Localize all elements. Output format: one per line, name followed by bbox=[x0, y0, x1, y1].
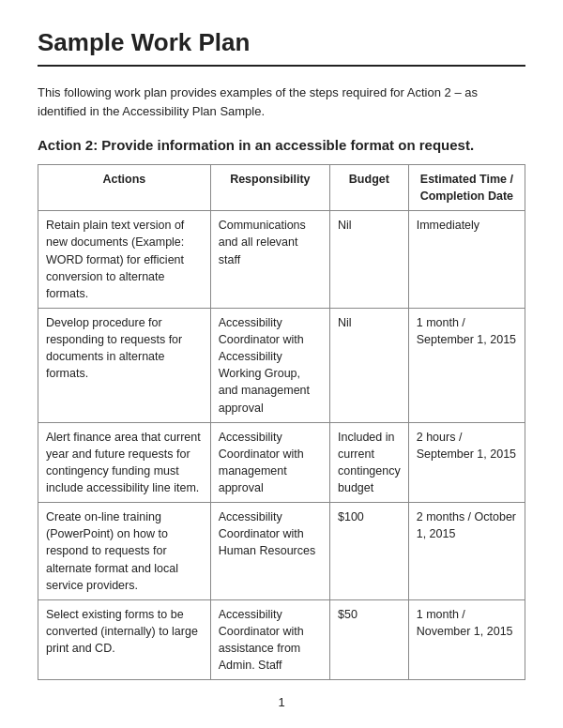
cell-responsibility-1: Accessibility Coordinator with Accessibi… bbox=[210, 308, 329, 422]
title-divider bbox=[38, 65, 525, 67]
page-footer: 1 bbox=[38, 695, 525, 709]
cell-estimated-3: 2 months / October 1, 2015 bbox=[408, 503, 525, 600]
cell-responsibility-2: Accessibility Coordinator with managemen… bbox=[210, 422, 329, 503]
cell-estimated-0: Immediately bbox=[408, 211, 525, 309]
cell-responsibility-3: Accessibility Coordinator with Human Res… bbox=[210, 503, 329, 600]
cell-estimated-1: 1 month / September 1, 2015 bbox=[408, 308, 525, 422]
cell-actions-2: Alert finance area that current year and… bbox=[38, 422, 211, 503]
intro-paragraph: This following work plan provides exampl… bbox=[38, 83, 525, 120]
header-estimated: Estimated Time / Completion Date bbox=[408, 165, 525, 211]
table-row: Select existing forms to be converted (i… bbox=[38, 599, 525, 680]
header-budget: Budget bbox=[330, 165, 409, 211]
table-row: Retain plain text version of new documen… bbox=[38, 211, 525, 309]
cell-estimated-4: 1 month / November 1, 2015 bbox=[408, 599, 525, 680]
table-header-row: Actions Responsibility Budget Estimated … bbox=[38, 165, 525, 211]
work-plan-table: Actions Responsibility Budget Estimated … bbox=[38, 164, 525, 680]
cell-budget-2: Included in current contingency budget bbox=[330, 422, 409, 503]
cell-actions-4: Select existing forms to be converted (i… bbox=[38, 599, 211, 680]
table-row: Develop procedure for responding to requ… bbox=[38, 308, 525, 422]
cell-estimated-2: 2 hours / September 1, 2015 bbox=[408, 422, 525, 503]
cell-responsibility-4: Accessibility Coordinator with assistanc… bbox=[210, 599, 329, 680]
header-actions: Actions bbox=[38, 165, 211, 211]
cell-budget-3: $100 bbox=[330, 503, 409, 600]
header-responsibility: Responsibility bbox=[210, 165, 329, 211]
page-title: Sample Work Plan bbox=[38, 28, 525, 57]
cell-actions-1: Develop procedure for responding to requ… bbox=[38, 308, 211, 422]
cell-budget-4: $50 bbox=[330, 599, 409, 680]
cell-responsibility-0: Communications and all relevant staff bbox=[210, 211, 329, 309]
action-heading: Action 2: Provide information in an acce… bbox=[38, 137, 525, 153]
cell-actions-3: Create on-line training (PowerPoint) on … bbox=[38, 503, 211, 600]
cell-budget-1: Nil bbox=[330, 308, 409, 422]
table-row: Alert finance area that current year and… bbox=[38, 422, 525, 503]
page-number: 1 bbox=[278, 695, 284, 709]
cell-budget-0: Nil bbox=[330, 211, 409, 309]
cell-actions-0: Retain plain text version of new documen… bbox=[38, 211, 211, 309]
table-row: Create on-line training (PowerPoint) on … bbox=[38, 503, 525, 600]
